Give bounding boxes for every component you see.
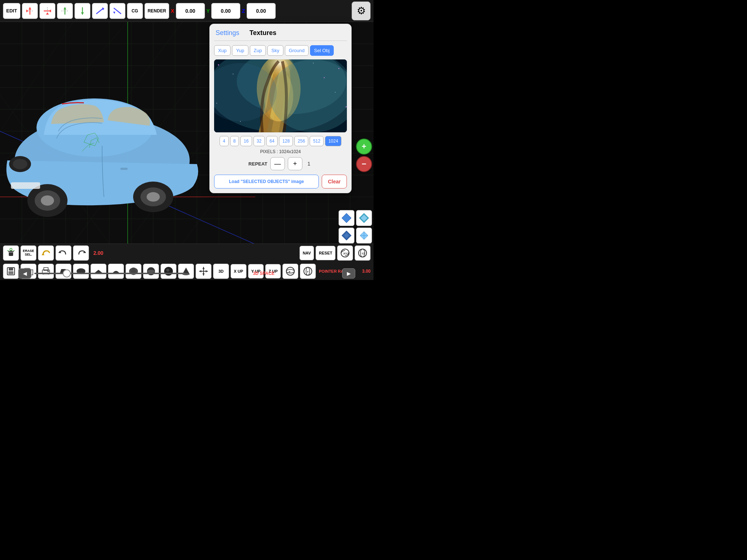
repeat-value: 1 xyxy=(305,161,313,167)
pix-16-btn[interactable]: 16 xyxy=(240,136,252,146)
diamond-row-bottom xyxy=(338,228,372,244)
svg-line-13 xyxy=(96,8,104,14)
repeat-label: REPEAT xyxy=(248,161,267,167)
y-coord-input[interactable] xyxy=(211,3,240,19)
diamond-blue-btn[interactable] xyxy=(338,210,355,226)
svg-marker-3 xyxy=(26,9,28,12)
edit-button[interactable]: EDIT xyxy=(3,3,20,19)
svg-marker-10 xyxy=(63,7,66,9)
svg-text:YZ: YZ xyxy=(361,252,365,255)
axis-x-label: X xyxy=(171,8,174,14)
move-x-neg-button[interactable] xyxy=(22,3,38,19)
pixel-size-row: 4 8 16 32 64 128 256 512 1024 xyxy=(214,136,347,146)
reset-button[interactable]: RESET xyxy=(316,246,336,260)
undo-yellow-button[interactable] xyxy=(38,245,54,261)
bottom-row-1: ERASE SEL. 2.00 NAV RESET xyxy=(0,244,374,262)
svg-marker-12 xyxy=(81,12,84,15)
diamond-dark-btn[interactable] xyxy=(338,228,355,244)
repeat-minus-btn[interactable]: — xyxy=(270,157,285,170)
pointer-value: 2.00 xyxy=(93,250,103,256)
svg-marker-16 xyxy=(113,12,115,14)
top-toolbar: EDIT xyxy=(0,0,374,22)
diamond-teal-btn[interactable] xyxy=(356,210,372,226)
axis-y-label: Y xyxy=(206,8,210,14)
move-z-neg-button[interactable] xyxy=(92,3,108,19)
recycle-button[interactable] xyxy=(3,245,19,261)
sky-nav-btn[interactable]: Sky xyxy=(267,45,283,56)
pix-128-btn[interactable]: 128 xyxy=(279,136,293,146)
rotate-xyz-button[interactable]: XYZ xyxy=(337,245,353,261)
pix-512-btn[interactable]: 512 xyxy=(310,136,324,146)
pix-256-btn[interactable]: 256 xyxy=(294,136,308,146)
3d-space-label: 3D SPACE xyxy=(188,271,339,276)
bottom-toolbar: ERASE SEL. 2.00 NAV RESET xyxy=(0,244,374,280)
svg-text:XYZ: XYZ xyxy=(343,252,349,255)
pix-32-btn[interactable]: 32 xyxy=(253,136,265,146)
rotate-yz-button[interactable]: YZ xyxy=(355,245,371,261)
panel-actions: Load "SELECTED OBJECTS" image Clear xyxy=(214,175,347,188)
nav-right-arrow[interactable]: ▶ xyxy=(342,268,355,279)
svg-marker-7 xyxy=(46,12,49,15)
tab-textures[interactable]: Textures xyxy=(248,28,278,38)
svg-rect-61 xyxy=(11,182,40,189)
svg-marker-82 xyxy=(342,213,351,223)
remove-button[interactable]: − xyxy=(356,156,372,172)
panel-tabs: Settings Textures xyxy=(214,28,347,41)
svg-line-15 xyxy=(114,8,121,14)
pix-8-btn[interactable]: 8 xyxy=(230,136,239,146)
pix-1024-btn[interactable]: 1024 xyxy=(325,136,341,146)
add-button[interactable]: + xyxy=(356,139,372,155)
svg-marker-91 xyxy=(42,253,44,255)
gear-button[interactable]: ⚙ xyxy=(352,1,371,20)
texture-nav: Xup Yup Zup Sky Ground Sel Obj xyxy=(214,45,347,56)
svg-marker-2 xyxy=(28,7,31,9)
zup-nav-btn[interactable]: Zup xyxy=(250,45,266,56)
texture-preview xyxy=(214,59,347,132)
move-z-pos-button[interactable] xyxy=(109,3,125,19)
yup-nav-btn[interactable]: Yup xyxy=(232,45,248,56)
settings-panel: Settings Textures Xup Yup Zup Sky Ground… xyxy=(209,24,352,193)
svg-point-57 xyxy=(41,195,54,206)
pix-4-btn[interactable]: 4 xyxy=(220,136,229,146)
undo-button[interactable] xyxy=(55,245,71,261)
svg-marker-6 xyxy=(49,9,51,12)
svg-point-63 xyxy=(13,159,27,169)
repeat-plus-btn[interactable]: + xyxy=(288,157,302,170)
cg-button[interactable]: CG xyxy=(127,3,143,19)
load-selected-btn[interactable]: Load "SELECTED OBJECTS" image xyxy=(214,175,319,188)
render-button[interactable]: RENDER xyxy=(144,3,170,19)
diamond-row-top xyxy=(338,210,372,226)
svg-point-68 xyxy=(218,65,219,66)
nav-left-arrow[interactable]: ◀ xyxy=(18,268,31,279)
selobj-nav-btn[interactable]: Sel Obj xyxy=(310,45,334,56)
right-diamond-buttons xyxy=(338,210,372,244)
move-y-pos-button[interactable] xyxy=(74,3,90,19)
right-buttons: + − xyxy=(356,139,372,172)
ground-nav-btn[interactable]: Ground xyxy=(285,45,309,56)
redo-button[interactable] xyxy=(73,245,89,261)
nav-button[interactable]: NAV xyxy=(299,246,314,260)
tab-settings[interactable]: Settings xyxy=(214,28,241,38)
svg-rect-64 xyxy=(120,168,128,170)
move-x-pos-button[interactable] xyxy=(39,3,55,19)
xup-nav-btn[interactable]: Xup xyxy=(214,45,231,56)
clear-button[interactable]: Clear xyxy=(322,175,347,188)
pointer-radius-slider[interactable] xyxy=(34,273,185,274)
svg-point-60 xyxy=(147,192,160,202)
axis-z-label: Z xyxy=(242,8,245,14)
diamond-light-btn[interactable] xyxy=(356,228,372,244)
repeat-row: REPEAT — + 1 xyxy=(214,157,347,170)
pix-64-btn[interactable]: 64 xyxy=(266,136,278,146)
x-coord-input[interactable] xyxy=(176,3,205,19)
move-y-neg-button[interactable] xyxy=(57,3,73,19)
pixels-label: PIXELS : 1024x1024 xyxy=(214,149,347,154)
z-coord-input[interactable] xyxy=(247,3,276,19)
erase-sel-button[interactable]: ERASE SEL. xyxy=(20,245,36,261)
